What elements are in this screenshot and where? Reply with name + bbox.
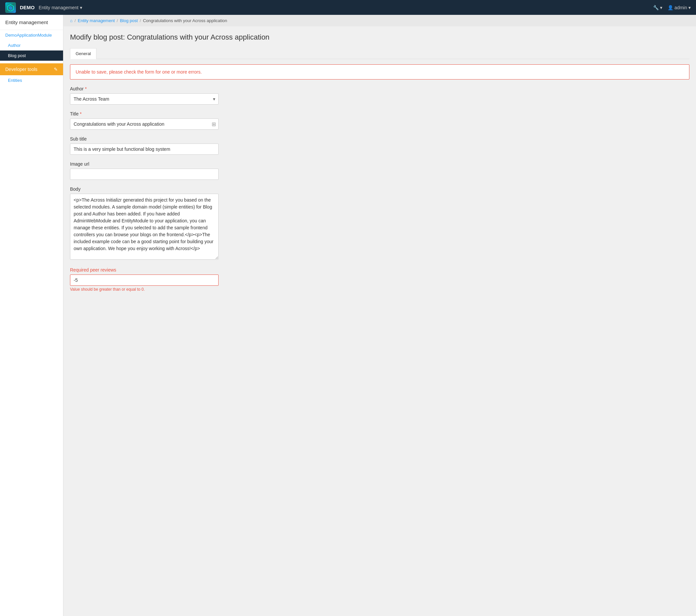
- entity-management-menu[interactable]: Entity management ▾: [38, 5, 82, 10]
- subtitle-input[interactable]: [70, 144, 219, 155]
- sidebar: Entity management DemoApplicationModule …: [0, 15, 63, 616]
- peer-reviews-input[interactable]: [70, 275, 219, 286]
- title-group: Title * ⊞: [70, 111, 690, 130]
- page-title: Modify blog post: Congratulations with y…: [70, 33, 690, 42]
- app-logo: [5, 2, 16, 13]
- breadcrumb-entity-management[interactable]: Entity management: [78, 18, 114, 23]
- main-content: ⌂ / Entity management / Blog post / Cong…: [63, 15, 696, 616]
- svg-marker-1: [9, 6, 12, 10]
- author-label: Author *: [70, 86, 690, 92]
- title-label: Title *: [70, 111, 690, 116]
- sidebar-item-entities[interactable]: Entities: [0, 75, 63, 85]
- peer-reviews-label: Required peer reviews: [70, 267, 690, 273]
- admin-menu[interactable]: 👤 admin ▾: [668, 5, 691, 10]
- nav-right: 🔧 ▾ 👤 admin ▾: [653, 5, 691, 10]
- title-input-wrapper: ⊞: [70, 118, 219, 130]
- image-url-input[interactable]: [70, 168, 219, 180]
- peer-reviews-group: Required peer reviews Value should be gr…: [70, 267, 690, 292]
- content-area: Modify blog post: Congratulations with y…: [63, 27, 696, 305]
- title-input[interactable]: [70, 118, 219, 130]
- admin-icon: 👤: [668, 5, 673, 10]
- top-navigation: DEMO Entity management ▾ 🔧 ▾ 👤 admin ▾: [0, 0, 696, 15]
- tab-general[interactable]: General: [70, 48, 96, 59]
- home-icon[interactable]: ⌂: [70, 18, 73, 23]
- author-select-wrapper: The Across Team Other Author ▾: [70, 93, 219, 104]
- app-name: DEMO: [20, 5, 35, 10]
- breadcrumb-blog-post[interactable]: Blog post: [120, 18, 138, 23]
- body-textarea[interactable]: <p>The Across Initializr generated this …: [70, 194, 219, 260]
- translate-icon: ⊞: [212, 121, 216, 127]
- subtitle-label: Sub title: [70, 136, 690, 142]
- sidebar-title: Entity management: [0, 15, 63, 30]
- error-message: Unable to save, please check the form fo…: [76, 69, 202, 75]
- author-group: Author * The Across Team Other Author ▾: [70, 86, 690, 104]
- body-label: Body: [70, 187, 690, 192]
- peer-reviews-error: Value should be greater than or equal to…: [70, 287, 690, 292]
- tools-menu[interactable]: 🔧 ▾: [653, 5, 662, 10]
- dev-tools-icon: ✎: [54, 67, 58, 72]
- error-box: Unable to save, please check the form fo…: [70, 64, 690, 80]
- sidebar-section-demo[interactable]: DemoApplicationModule: [0, 30, 63, 40]
- main-layout: Entity management DemoApplicationModule …: [0, 15, 696, 616]
- author-select[interactable]: The Across Team Other Author: [70, 93, 219, 104]
- blog-post-form: Author * The Across Team Other Author ▾: [70, 86, 690, 292]
- sidebar-developer-tools[interactable]: Developer tools ✎: [0, 63, 63, 75]
- nav-left: DEMO Entity management ▾: [5, 2, 82, 13]
- sidebar-item-blog-post[interactable]: Blog post: [0, 50, 63, 61]
- tabs-bar: General: [70, 48, 690, 59]
- image-url-group: Image url: [70, 161, 690, 180]
- image-url-label: Image url: [70, 161, 690, 167]
- sidebar-item-author[interactable]: Author: [0, 40, 63, 50]
- tools-icon: 🔧: [653, 5, 659, 10]
- subtitle-group: Sub title: [70, 136, 690, 155]
- body-group: Body <p>The Across Initializr generated …: [70, 187, 690, 261]
- breadcrumb-current: Congratulations with your Across applica…: [143, 18, 227, 23]
- breadcrumb: ⌂ / Entity management / Blog post / Cong…: [63, 15, 696, 27]
